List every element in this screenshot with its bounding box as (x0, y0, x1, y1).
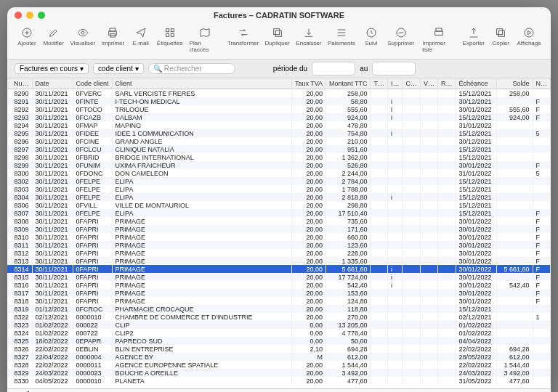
col-i[interactable]: I… (387, 78, 403, 89)
table-row[interactable]: 832924/03/20220000023BOUCHE A OREILLE20,… (7, 369, 551, 377)
table-row[interactable]: 829130/11/20210FINTEI-TECH-ON MEDICAL20,… (7, 97, 551, 105)
table-row[interactable]: 829930/11/20210FUNIMUXIMA FRAICHEUR20,00… (7, 161, 551, 169)
labels-button[interactable]: Étiquettes (155, 25, 185, 48)
table-row[interactable]: 831730/11/20210FAPRIPRIMAGE20,00153,6030… (7, 289, 551, 297)
svg-rect-8 (171, 33, 174, 36)
display-button[interactable]: Affichage (514, 25, 543, 48)
status-bar: 323 factures 519 986,58 14 761,88 (7, 388, 551, 392)
table-row[interactable]: 831230/11/20210FAPRIPRIMAGE20,00228,0030… (7, 249, 551, 257)
cash-button[interactable]: Encaisser (294, 25, 324, 48)
table-scroll[interactable]: Nu… Date Code client Client Taux TVA Mon… (7, 78, 551, 388)
table-row[interactable]: 829530/11/20210FIDEEIDEE 1 COMMUNICATION… (7, 129, 551, 137)
map-icon (198, 26, 211, 39)
table-row[interactable]: 829430/11/20210FMAPMAPING20,00478,8031/0… (7, 121, 551, 129)
download-icon (302, 26, 315, 39)
svg-rect-14 (435, 31, 443, 35)
table-row[interactable]: 830730/11/20210FELPEELIPA20,0017 510,401… (7, 209, 551, 217)
svg-rect-15 (499, 30, 505, 36)
table-row[interactable]: 831330/11/20210FAPRIPRIMAGE20,001 335,60… (7, 257, 551, 265)
col-client[interactable]: Client (112, 78, 291, 89)
table-row[interactable]: 832518/02/20220EPAPRPAPRECO SUD0,0050,00… (7, 337, 551, 345)
table-row[interactable]: 832401/02/2022000722CLIP20,004 778,4001/… (7, 329, 551, 337)
table-row[interactable]: 830430/11/20210FELPEELIPA20,002 818,80i1… (7, 193, 551, 201)
table-row[interactable]: 832622/02/20220EBLINBLIN ENTREPRISE2,106… (7, 345, 551, 353)
col-code[interactable]: Code client (73, 78, 112, 89)
filter-field[interactable]: code client▾ (93, 63, 144, 74)
copy-icon (271, 26, 284, 39)
table-row[interactable]: 829630/11/20210FCINEGRAND ANGLE20,00210,… (7, 137, 551, 145)
track-button[interactable]: Suivi (359, 25, 384, 48)
view-button[interactable]: Visualiser (68, 25, 97, 48)
invoices-table: Nu… Date Code client Client Taux TVA Mon… (7, 78, 551, 385)
col-solde[interactable]: Solde (496, 78, 533, 89)
table-header-row: Nu… Date Code client Client Taux TVA Mon… (7, 78, 551, 89)
clock-icon (365, 26, 378, 39)
search-input[interactable]: 🔍Rechercher (148, 63, 235, 74)
svg-rect-5 (166, 29, 169, 32)
duplicate-button[interactable]: Dupliquer (262, 25, 292, 48)
table-row[interactable]: 832722/04/20220000004AGENCE BYM612,0028/… (7, 353, 551, 361)
print-button[interactable]: Imprimer (99, 25, 126, 48)
payments-button[interactable]: Paiements (326, 25, 357, 48)
copy-button[interactable]: Copier (488, 25, 513, 48)
transform-icon (237, 26, 250, 39)
table-row[interactable]: 831430/11/20210FAPRIPRIMAGE20,005 661,60… (7, 265, 551, 273)
list-icon (335, 26, 348, 39)
table-row[interactable]: 829330/11/20210FCAZBCALBAM20,00924,00i15… (7, 113, 551, 121)
delete-button[interactable]: Supprimer (385, 25, 416, 48)
table-row[interactable]: 833004/05/20220000010PLANETA20,00477,603… (7, 377, 551, 385)
table-row[interactable]: 830230/11/20210FELPEELIPA20,002 784,0015… (7, 177, 551, 185)
chevron-down-icon: ▾ (80, 65, 84, 73)
table-row[interactable]: 832822/02/20220000011AGENCE EUROPENNE SP… (7, 361, 551, 369)
grid-icon (163, 26, 177, 39)
svg-rect-10 (273, 29, 279, 35)
table-row[interactable]: 830630/11/20210FVILLVILLE DE MONTAURIOL2… (7, 201, 551, 209)
table-row[interactable]: 830930/11/20210FAPRIPRIMAGE20,00171,6030… (7, 225, 551, 233)
search-icon: 🔍 (153, 65, 162, 73)
col-ttc[interactable]: Montant TTC (326, 78, 371, 89)
col-tva[interactable]: Taux TVA (291, 78, 326, 89)
play-icon (522, 26, 535, 39)
table-row[interactable]: 831830/11/20210FAPRIPRIMAGE20,00124,8030… (7, 297, 551, 305)
col-t[interactable]: T… (371, 78, 388, 89)
table-row[interactable]: 829030/11/20210FVERCSARL VERCISTE FRERES… (7, 89, 551, 98)
col-c[interactable]: C… (403, 78, 421, 89)
svg-rect-6 (171, 29, 174, 32)
col-r[interactable]: R… (438, 78, 456, 89)
filter-bar: Factures en cours▾ code client▾ 🔍Recherc… (7, 60, 551, 78)
svg-point-1 (81, 31, 84, 34)
table-row[interactable]: 831130/11/20210FAPRIPRIMAGE20,00123,6030… (7, 241, 551, 249)
export-button[interactable]: Exporter (460, 25, 487, 48)
col-ech[interactable]: Échéance (456, 78, 496, 89)
table-row[interactable]: 831530/11/20210FAPRIPRIMAGE20,0017 724,0… (7, 273, 551, 281)
svg-rect-9 (275, 30, 281, 36)
table-row[interactable]: 830030/11/20210FDONCDON CAMELEON20,002 2… (7, 169, 551, 177)
pencil-icon (47, 26, 60, 39)
table-row[interactable]: 831030/11/20210FAPRIPRIMAGE20,00660,0030… (7, 233, 551, 241)
col-date[interactable]: Date (32, 78, 73, 89)
table-row[interactable]: 829830/11/20210FBRIDBRIDGE INTERNATIONAL… (7, 153, 551, 161)
filter-status[interactable]: Factures en cours▾ (15, 63, 89, 74)
table-row[interactable]: 830830/11/20210FAPRIPRIMAGE20,00735,6030… (7, 217, 551, 225)
table-row[interactable]: 829230/11/20210FTOCOTRILOGUE20,00555,60i… (7, 105, 551, 113)
email-button[interactable]: E-mail (129, 25, 153, 48)
table-row[interactable]: 832202/12/20210000010CHAMBRE DE COMMERCE… (7, 313, 551, 321)
col-n[interactable]: N… (533, 78, 551, 89)
table-row[interactable]: 829730/11/20210FCLCUCLINIQUE NATALIA20,0… (7, 145, 551, 153)
table-row[interactable]: 831630/11/20210FAPRIPRIMAGE20,00542,40i3… (7, 281, 551, 289)
col-num[interactable]: Nu… (7, 78, 32, 89)
table-row[interactable]: 831901/12/20210FCROCPHARMACIE CROCAQUE20… (7, 305, 551, 313)
edit-button[interactable]: Modifier (41, 25, 66, 48)
col-v[interactable]: V… (420, 78, 437, 89)
map-button[interactable]: Plan d'accès (187, 25, 224, 54)
chevron-down-icon: ▾ (135, 65, 139, 73)
date-to-input[interactable] (372, 62, 416, 75)
transform-button[interactable]: Transformer (225, 25, 261, 48)
date-from-input[interactable] (312, 62, 355, 75)
table-row[interactable]: 832301/02/2022000022CLIP0,0013 205,0001/… (7, 321, 551, 329)
app-window: Factures – CADRATIN SOFTWARE Ajouter Mod… (7, 7, 551, 392)
table-row[interactable]: 830330/11/20210FELPEELIPA20,001 788,0015… (7, 185, 551, 193)
add-button[interactable]: Ajouter (15, 25, 39, 48)
period-to-label: au (360, 65, 368, 73)
print-list-button[interactable]: Imprimer liste (419, 25, 458, 54)
